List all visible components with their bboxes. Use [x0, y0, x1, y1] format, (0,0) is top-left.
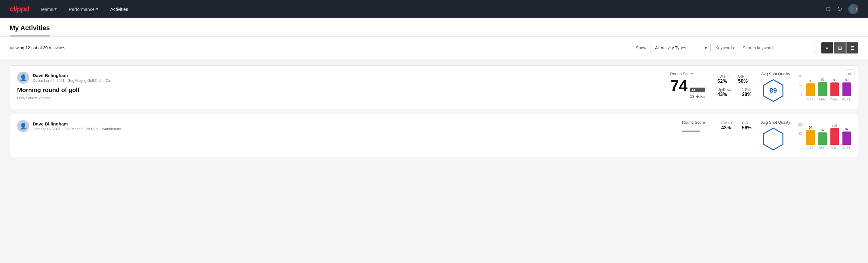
grid-view-button[interactable]: ⊞ — [834, 42, 846, 54]
hex-badge-2 — [761, 127, 785, 151]
navbar: clippd Teams ▾ Performance ▾ Activities … — [0, 0, 868, 18]
score-badge: +4 — [690, 88, 705, 92]
avatar-placeholder-icon-2: 👤 — [20, 122, 27, 130]
card-stats: Round Score 74 +4 18 Holes FW Hit 62 — [670, 71, 752, 100]
logo[interactable]: clippd — [10, 5, 29, 13]
updown-putt-row: Up/Down 43% 1 Putt 28% — [717, 88, 751, 97]
avg-shot-quality-label-2: Avg Shot Quality — [761, 120, 790, 124]
keywords-label: Keywords: — [715, 46, 735, 50]
avatar-placeholder-icon: 👤 — [20, 74, 27, 81]
refresh-icon[interactable]: ↻ — [837, 5, 842, 13]
card-left: 👤 Dave Billingham December 05, 2021 · Go… — [17, 71, 660, 100]
nav-item-activities[interactable]: Activities — [109, 0, 129, 18]
page-title: My Activities — [10, 24, 50, 36]
chevron-down-icon: ▾ — [96, 6, 98, 12]
search-input[interactable] — [738, 43, 816, 53]
list-view-button[interactable]: ≡ — [821, 42, 833, 54]
activities-list: ✏ 👤 Dave Billingham December 05, 2021 · … — [0, 59, 868, 164]
show-label: Show: — [636, 46, 648, 50]
add-circle-icon[interactable]: ⊕ — [825, 5, 831, 13]
compact-icon: ☰ — [850, 45, 855, 51]
gir-stat-2: GIR 56% — [742, 121, 752, 130]
user-name-2: Dave Billingham — [33, 121, 121, 126]
fw-hit-stat: FW Hit 62% — [717, 74, 728, 84]
nav-item-teams[interactable]: Teams ▾ — [39, 0, 58, 18]
avatar: 👤 — [17, 71, 29, 84]
round-score-label-2: Round Score — [682, 120, 709, 124]
holes-label: 18 Holes — [690, 94, 705, 99]
hex-number: 89 — [769, 87, 777, 94]
gir-value-2: 56% — [742, 125, 752, 130]
round-score-value: 74 — [670, 78, 687, 94]
activity-type-select-wrapper: All Activity Types — [651, 43, 711, 53]
up-down-stat: Up/Down 43% — [717, 88, 732, 97]
score-placeholder — [682, 130, 700, 132]
view-toggle: ≡ ⊞ ☰ — [821, 42, 858, 54]
fw-hit-label-2: FW Hit — [721, 121, 732, 125]
gir-stat: GIR 50% — [738, 74, 748, 84]
card-left-2: 👤 Dave Billingham October 16, 2021 · Gog… — [17, 120, 673, 135]
user-info: Dave Billingham December 05, 2021 · Gog … — [33, 73, 111, 83]
show-filter: Show: All Activity Types — [636, 43, 711, 53]
up-down-label: Up/Down — [717, 88, 732, 92]
avatar-dropdown-icon: ▾ — [856, 7, 858, 11]
round-score-group-2: Round Score — [682, 120, 709, 132]
activity-title: Morning round of golf — [17, 87, 660, 94]
user-row: 👤 Dave Billingham December 05, 2021 · Go… — [17, 71, 660, 84]
user-info-2: Dave Billingham October 16, 2021 · Gog M… — [33, 121, 121, 131]
viewing-text: Viewing 12 out of 29 Activities — [10, 46, 631, 50]
gir-label-2: GIR — [742, 121, 752, 125]
list-icon: ≡ — [826, 45, 828, 51]
nav-icons: ⊕ ↻ 👤 ▾ — [825, 4, 858, 14]
avg-shot-quality-label: Avg Shot Quality — [761, 71, 790, 76]
fw-gir-stats: FW Hit 62% GIR 50% Up/Down 43% 1 Putt — [717, 71, 751, 100]
shot-quality-section-2: Avg Shot Quality 100 50 0 948210687 — [761, 120, 851, 151]
fw-hit-value: 62% — [717, 79, 728, 84]
round-score-label: Round Score — [670, 71, 705, 76]
fw-gir-row-2: FW Hit 43% GIR 56% — [721, 121, 752, 130]
round-score-group: Round Score 74 +4 18 Holes — [670, 71, 705, 100]
hex-badge: 89 — [761, 79, 785, 103]
card-stats-2: Round Score FW Hit 43% GIR 56% — [682, 120, 752, 132]
user-row-2: 👤 Dave Billingham October 16, 2021 · Gog… — [17, 120, 673, 132]
mini-chart-2: 100 50 0 948210687 OTTAPPARGPUTT — [797, 122, 851, 150]
one-putt-stat: 1 Putt 28% — [742, 88, 752, 97]
up-down-value: 43% — [717, 92, 732, 97]
fw-hit-label: FW Hit — [717, 74, 728, 79]
user-date: December 05, 2021 · Gog Magog Golf Club … — [33, 79, 111, 83]
user-name: Dave Billingham — [33, 73, 111, 78]
chevron-down-icon: ▾ — [55, 6, 57, 12]
keywords-filter: Keywords: — [715, 43, 816, 53]
activity-type-select[interactable]: All Activity Types — [651, 43, 711, 53]
fw-hit-stat-2: FW Hit 43% — [721, 121, 732, 130]
grid-icon: ⊞ — [838, 45, 842, 51]
mini-chart: 100 50 0 85908989 OTTAPPARGPUTT — [797, 74, 851, 101]
shot-quality-section: Avg Shot Quality 89 100 50 0 — [761, 71, 851, 103]
fw-gir-stats-2: FW Hit 43% GIR 56% — [721, 120, 752, 132]
gir-value: 50% — [738, 79, 748, 84]
avatar-icon: 👤 — [849, 6, 855, 12]
activity-card: ✏ 👤 Dave Billingham December 05, 2021 · … — [10, 65, 858, 109]
gir-label: GIR — [738, 74, 748, 79]
nav-item-performance[interactable]: Performance ▾ — [68, 0, 99, 18]
edit-button[interactable]: ✏ — [845, 69, 855, 79]
user-avatar[interactable]: 👤 ▾ — [848, 4, 858, 14]
fw-gir-row: FW Hit 62% GIR 50% — [717, 74, 751, 84]
compact-view-button[interactable]: ☰ — [846, 42, 858, 54]
user-date-2: October 16, 2021 · Gog Magog Golf Club -… — [33, 127, 121, 131]
one-putt-label: 1 Putt — [742, 88, 752, 92]
fw-hit-value-2: 43% — [721, 125, 732, 130]
round-score-row: 74 +4 18 Holes — [670, 78, 705, 100]
page-header: My Activities — [0, 18, 868, 37]
avatar-2: 👤 — [17, 120, 29, 132]
activity-card-2: 👤 Dave Billingham October 16, 2021 · Gog… — [10, 114, 858, 157]
filter-bar: Viewing 12 out of 29 Activities Show: Al… — [0, 37, 868, 59]
data-source: Data Source: Arccos — [17, 96, 660, 100]
svg-marker-1 — [764, 128, 783, 150]
one-putt-value: 28% — [742, 92, 752, 97]
